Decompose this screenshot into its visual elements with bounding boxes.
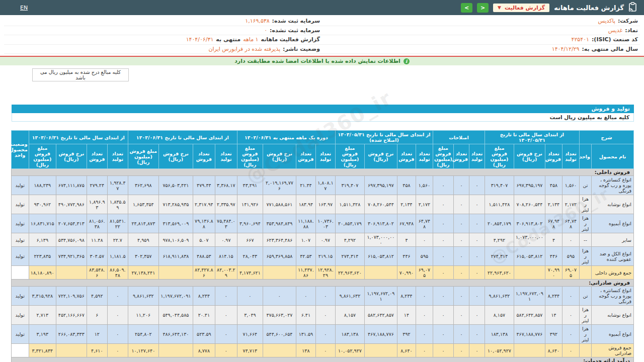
cell-value: ۱۸۳.۹۴: [296, 195, 315, 214]
symbol-field: نماد: غدیس: [322, 27, 640, 34]
cell-value: ۰: [453, 306, 469, 325]
cell-value: ۷۹,۱۳۶.۸۸: [193, 214, 215, 233]
cell-value: ۴۸۶,۶۴۴,۱۳۰: [158, 325, 193, 344]
cell-value: ۷۰,۹۹۰: [397, 266, 416, 280]
column-header: مبلغ فروش (میلیون ریال): [29, 144, 56, 169]
cell-value: ۵۸۲,۶۴۲,۸۵۷: [514, 306, 545, 325]
cell-value: ۲,۱۳۴: [545, 195, 562, 214]
column-header: مبلغ فروش (میلیون ریال): [335, 144, 364, 169]
cell-value: ۶۱۸,۹۱۱,۸۳۸: [158, 247, 193, 266]
column-header: مبلغ فروش (میلیون ریال): [128, 144, 158, 169]
cell-value: ۰: [416, 287, 433, 306]
cell-value: ۰: [433, 325, 453, 344]
column-header: نرخ فروش (ریال): [56, 144, 87, 169]
cell-status: تولید: [11, 195, 29, 214]
publisher-status-value: پذیرفته شده در فرابورس ایران: [208, 46, 280, 52]
cell-value: ۲۲.۷: [107, 233, 128, 247]
cell-value: ۰: [433, 247, 453, 266]
cell-unit: هزار لیتر: [579, 214, 591, 233]
cell-value: ۰: [315, 344, 335, 357]
symbol-link[interactable]: غدیس: [608, 27, 623, 34]
cell-value: ۱,۵۱۱,۴۲۸: [335, 195, 364, 214]
cell-value: ۱,۵۱۱,۴۲۸: [485, 195, 514, 214]
cell-value: ۱,۸۰۸.۱۷: [315, 176, 335, 195]
column-header: تعداد فروش: [87, 144, 107, 169]
column-group-header: از ابتدای سال مالی تا تاریخ ۱۴۰۴/۰۵/۳۱ (…: [335, 131, 433, 144]
cell-value: ۶۹,۰۷۵: [562, 266, 579, 280]
cell-value: ۰: [263, 287, 296, 306]
cell-value: ۷۰,۹۹۰: [545, 266, 562, 280]
cell-value: ۰: [315, 306, 335, 325]
cell-value: ۰: [469, 344, 485, 357]
cell-value: [56, 266, 87, 280]
cell-value: ۱۱,۲۰۶: [128, 306, 158, 325]
cell-value: ۴: [397, 233, 416, 247]
amounts-unit-note: کلیه مبالغ درج شده به میلیون ریال می باش…: [32, 68, 129, 81]
cell-status: تولید: [11, 233, 29, 247]
cell-value: ۰: [215, 287, 237, 306]
cell-value: ۸,۷۷۸: [193, 344, 215, 357]
cell-value: ۷۰۸,۲۶۰,۵۴۴: [364, 195, 397, 214]
cell-status: تولید: [11, 306, 29, 325]
cell-value: ۶۲۳,۳۶۴,۴۸۶: [263, 233, 296, 247]
next-report-button[interactable]: >: [477, 3, 489, 13]
prev-report-button[interactable]: <: [461, 3, 472, 13]
fiscal-year-value: ۱۴۰۴/۱۲/۲۹: [552, 46, 580, 52]
cell-value: ۶۹۷,۳۹۵,۱۹۷: [514, 176, 545, 195]
cell-value: ۱۸,۱۸۰,۸۹۰: [29, 266, 56, 280]
topbar-right-group: < > گزارش فعالیت ▼ گزارش فعالیت ماهانه: [461, 2, 637, 14]
cell-value: ۰: [107, 325, 128, 344]
cell-value: ۹۷۸,۱۰۶,۵۰۹: [158, 233, 193, 247]
column-header: تعداد فروش: [296, 144, 315, 169]
cell-unit: هزار لیتر: [579, 325, 591, 344]
cell-value: ۰: [562, 306, 579, 325]
cell-value: ۱,۵۶۰: [562, 176, 579, 195]
cell-unit: [579, 266, 591, 280]
cell-unit: هزار لیتر: [579, 306, 591, 325]
language-switch-link[interactable]: EN: [20, 5, 28, 11]
info-row: کد صنعت (ISIC): ۴۲۵۴۰۱ گزارش فعالیت ماها…: [4, 35, 640, 45]
cell-value: ۱۸۳,۱۳۸: [335, 325, 364, 344]
cell-value: ۱,۰۷۳,۰۰۰,۰۰۰: [514, 233, 545, 247]
top-bar: EN < > گزارش فعالیت ▼ گزارش فعالیت ماهان…: [0, 0, 644, 15]
report-type-select[interactable]: گزارش فعالیت ▼: [493, 4, 549, 12]
column-header: نام محصول: [592, 144, 634, 169]
cell-value: ۳,۱۹۳: [29, 325, 56, 344]
report-period-months: ۱ ماهه: [243, 36, 258, 43]
cell-value: ۱۱.۴۸: [87, 233, 107, 247]
cell-value: ۰: [469, 195, 485, 214]
cell-value: ۳,۳۲۱,۸۳۴: [29, 344, 56, 357]
cell-value: ۰: [453, 176, 469, 195]
cell-value: ۲۲,۹۶۳,۶۲۰: [485, 266, 514, 280]
cell-value: ۱۸۳,۱۳۸: [485, 325, 514, 344]
company-name-link[interactable]: پاکدیس: [598, 18, 615, 24]
cell-value: ۰: [469, 266, 485, 280]
cell-value: ۶۶۷: [237, 233, 263, 247]
cell-value: ۰: [416, 306, 433, 325]
cell-value: ۰.۹۷: [315, 233, 335, 247]
cell-value: ۴: [545, 233, 562, 247]
cell-value: ۶۷,۹۴۸: [397, 214, 416, 233]
cell-value: ۴۷۵,۶۶۳,۰۲۷: [263, 306, 296, 325]
cell-value: ۴۶۷,۱۸۸,۷۷۶: [514, 325, 545, 344]
column-group-header: دوره یک ماهه منتهی به ۱۴۰۴/۰۶/۳۱: [237, 131, 335, 144]
cell-value: ۱,۱۹۷,۶۷۲,۰۹۱: [514, 287, 545, 306]
cell-value: ۲۷۹.۲۴: [87, 176, 107, 195]
cell-value: [56, 344, 87, 357]
cell-value: ۴۲.۵۳: [296, 247, 315, 266]
cell-value: ۱۶۳.۹۷: [315, 195, 335, 214]
cell-value: ۳۰۶,۹۱۳,۸۰۲: [514, 214, 545, 233]
cell-value: ۶۱۵,۰۵۳,۸۱۲: [514, 247, 545, 266]
cell-value: ۳,۳۱۵,۹۲۸: [29, 287, 56, 306]
cell-value: ۰: [416, 325, 433, 344]
cell-value: ۱,۱۹۷,۶۷۲,۰۹۱: [364, 287, 397, 306]
cell-value: ۳۹۲: [545, 325, 562, 344]
cell-value: ۸,۱۵۷: [335, 306, 364, 325]
cell-status: تولید: [11, 214, 29, 233]
info-row: شرکت: پاکدیس سرمایه ثبت شده: ۱,۱۶۹,۵۳۸: [4, 17, 640, 26]
cell-value: ۲,۰۱۹,۱۶۹,۷۷۶: [263, 176, 296, 195]
cell-value: ۰: [433, 344, 453, 357]
cell-value: ۶۵۹,۳۶۹,۸۵۸: [263, 247, 296, 266]
cell-value: ۱۲,۹۲۸.۲۹: [315, 266, 335, 280]
cell-value: ۱,۶۵۳,۳۵۴: [128, 195, 158, 214]
